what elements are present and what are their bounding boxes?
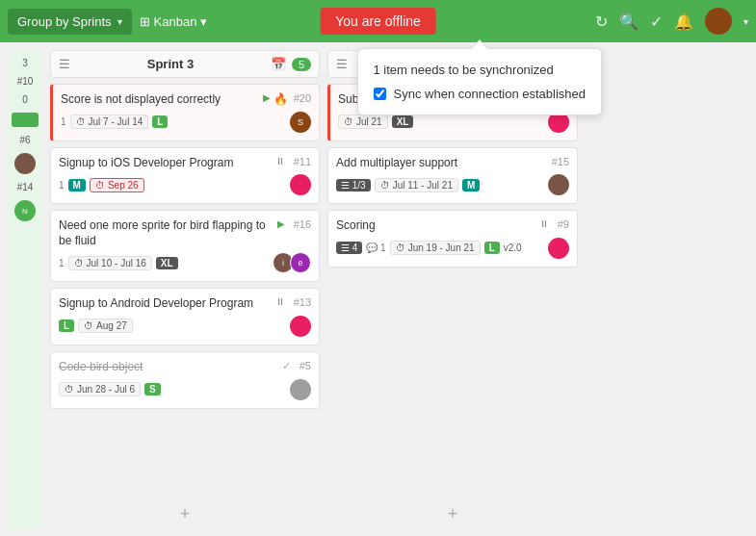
android-date: ⏱ Aug 27 xyxy=(78,319,133,333)
offline-button[interactable]: You are offline xyxy=(320,8,436,35)
sprint-right-add-button[interactable]: + xyxy=(327,500,578,528)
scoring-badge: L xyxy=(484,242,500,254)
bell-icon[interactable]: 🔔 xyxy=(674,13,693,31)
card-bird-header: Need one more sprite for bird flapping t… xyxy=(59,218,311,248)
card-android-id: #13 xyxy=(294,296,311,308)
scoring-task-count: ☰ 4 xyxy=(336,242,362,254)
card-multiplayer-title: Add multiplayer support xyxy=(336,156,546,171)
left-item-3: 0 xyxy=(12,94,39,105)
collapse-icon-right[interactable]: ☰ xyxy=(336,57,348,71)
sync-checkbox[interactable] xyxy=(374,88,386,100)
sync-icon[interactable]: ↻ xyxy=(595,13,608,31)
bird-badge: XL xyxy=(156,257,178,269)
submit-ios-badge: XL xyxy=(392,115,414,128)
card-multiplayer[interactable]: Add multiplayer support #15 ☰ 1/3 ⏱ Jul … xyxy=(327,147,578,205)
score-badge: L xyxy=(152,115,168,128)
offline-label: You are offline xyxy=(335,13,421,29)
card-scoring-title: Scoring xyxy=(336,218,536,234)
card-code-bird-header: Code bird object ✓ #5 xyxy=(59,360,311,375)
bird-date: ⏱ Jul 10 - Jul 16 xyxy=(68,256,152,270)
bird-assignees: i e xyxy=(273,252,311,273)
card-scoring[interactable]: Scoring ⏸ #9 ☰ 4 💬 1 ⏱ Jun 19 - Jun 21 L… xyxy=(327,210,578,268)
bird-assignee2: e xyxy=(290,252,311,273)
scoring-date: ⏱ Jun 19 - Jun 21 xyxy=(390,241,481,255)
search-icon[interactable]: 🔍 xyxy=(619,13,639,31)
score-count: 1 xyxy=(61,116,66,127)
kanban-button[interactable]: ⊞ Kanban ▾ xyxy=(140,14,208,29)
check-icon[interactable]: ✓ xyxy=(650,13,663,31)
sync-tooltip: 1 item needs to be synchronized Sync whe… xyxy=(357,48,602,115)
code-bird-assignee xyxy=(290,379,311,400)
card-scoring-meta: ☰ 4 💬 1 ⏱ Jun 19 - Jun 21 L v2.0 xyxy=(336,238,569,259)
card-signup-ios-id: #11 xyxy=(294,156,311,167)
scoring-version: v2.0 xyxy=(504,242,522,253)
sprint3-count: 5 xyxy=(292,58,311,71)
group-by-button[interactable]: Group by Sprints ▾ xyxy=(8,9,132,35)
multiplayer-task-count: ☰ 1/3 xyxy=(336,179,371,191)
card-android-title: Signup to Android Developer Program xyxy=(59,296,273,312)
card-code-bird[interactable]: Code bird object ✓ #5 ⏱ Jun 28 - Jul 6 S xyxy=(50,351,320,409)
card-android-meta: L ⏱ Aug 27 xyxy=(59,316,311,337)
bird-play-icon: ▶ xyxy=(277,218,285,229)
card-score-meta: 1 ⏱ Jul 7 - Jul 14 L S xyxy=(61,112,311,133)
avatar-arrow: ▾ xyxy=(743,16,748,27)
sprint3-body: Score is not displayed correctly ▶ 🔥 #20… xyxy=(50,84,320,495)
card-signup-ios-header: Signup to iOS Developer Program ⏸ #11 xyxy=(59,156,311,171)
signup-ios-badge-m: M xyxy=(68,179,86,191)
sprint3-header: ☰ Sprint 3 📅 5 xyxy=(50,50,320,78)
card-android[interactable]: Signup to Android Developer Program ⏸ #1… xyxy=(50,288,320,345)
kanban-icon: ⊞ xyxy=(140,14,150,29)
sync-tooltip-title: 1 item needs to be synchronized xyxy=(374,63,586,77)
card-score[interactable]: Score is not displayed correctly ▶ 🔥 #20… xyxy=(50,84,320,141)
card-scoring-header: Scoring ⏸ #9 xyxy=(336,218,569,234)
android-pause-icon: ⏸ xyxy=(275,296,285,307)
left-item-2: #10 xyxy=(12,76,39,87)
card-bird-meta: 1 ⏱ Jul 10 - Jul 16 XL i e xyxy=(59,252,311,273)
left-item-5: #14 xyxy=(12,182,39,192)
scoring-assignee xyxy=(548,238,569,259)
pause-icon: ⏸ xyxy=(275,156,285,166)
signup-ios-count: 1 xyxy=(59,180,65,191)
card-signup-ios[interactable]: Signup to iOS Developer Program ⏸ #11 1 … xyxy=(50,147,320,205)
card-multiplayer-meta: ☰ 1/3 ⏱ Jul 11 - Jul 21 M xyxy=(336,174,569,195)
card-score-header: Score is not displayed correctly ▶ 🔥 #20 xyxy=(61,92,311,108)
board: 3 #10 0 #6 #14 N ☰ Sprint 3 📅 5 Score is… xyxy=(0,42,756,536)
calendar-icon[interactable]: 📅 xyxy=(271,57,286,71)
card-android-header: Signup to Android Developer Program ⏸ #1… xyxy=(59,296,311,312)
card-signup-ios-meta: 1 M ⏱ Sep 26 xyxy=(59,174,311,195)
card-score-title: Score is not displayed correctly xyxy=(61,92,260,108)
card-bird-id: #16 xyxy=(294,218,311,230)
multiplayer-assignee xyxy=(548,174,569,195)
sync-checkbox-label: Sync when connection established xyxy=(394,87,586,101)
check-mark: ✓ xyxy=(282,360,291,372)
card-code-bird-title: Code bird object xyxy=(59,360,279,375)
code-bird-date: ⏱ Jun 28 - Jul 6 xyxy=(59,382,141,396)
priority-icon: 🔥 xyxy=(274,92,288,106)
card-scoring-id: #9 xyxy=(558,218,569,230)
sprint3-title: Sprint 3 xyxy=(70,57,271,71)
collapse-icon[interactable]: ☰ xyxy=(59,57,70,71)
sprint-right-body: Submit iOS app... #20 ⏱ Jul 21 XL Add mu… xyxy=(327,84,578,495)
submit-ios-date: ⏱ Jul 21 xyxy=(338,115,388,129)
multiplayer-badge: M xyxy=(462,179,480,191)
bird-count: 1 xyxy=(59,258,65,268)
sprint3-col: ☰ Sprint 3 📅 5 Score is not displayed co… xyxy=(50,50,320,528)
group-by-label: Group by Sprints xyxy=(17,14,112,29)
left-item-4: #6 xyxy=(12,135,39,145)
sprint-right-col: ☰ Sprint 3 Submit iOS app... #20 ⏱ Jul 2… xyxy=(327,50,578,528)
card-bird[interactable]: Need one more sprite for bird flapping t… xyxy=(50,210,320,282)
card-multiplayer-id: #15 xyxy=(552,156,569,167)
user-avatar[interactable] xyxy=(705,8,732,35)
header-right: ↻ 🔍 ✓ 🔔 ▾ xyxy=(595,8,748,35)
left-avatar xyxy=(14,153,36,174)
card-score-id: #20 xyxy=(294,92,311,104)
play-icon: ▶ xyxy=(263,92,271,103)
sync-checkbox-row: Sync when connection established xyxy=(374,87,586,101)
card-signup-ios-title: Signup to iOS Developer Program xyxy=(59,156,273,171)
sprint3-add-button[interactable]: + xyxy=(50,500,320,528)
card-code-bird-meta: ⏱ Jun 28 - Jul 6 S xyxy=(59,379,311,400)
score-assignee: S xyxy=(290,112,311,133)
kanban-label: Kanban xyxy=(154,14,197,29)
header: Group by Sprints ▾ ⊞ Kanban ▾ You are of… xyxy=(0,0,756,42)
left-partial-col: 3 #10 0 #6 #14 N xyxy=(8,50,42,528)
